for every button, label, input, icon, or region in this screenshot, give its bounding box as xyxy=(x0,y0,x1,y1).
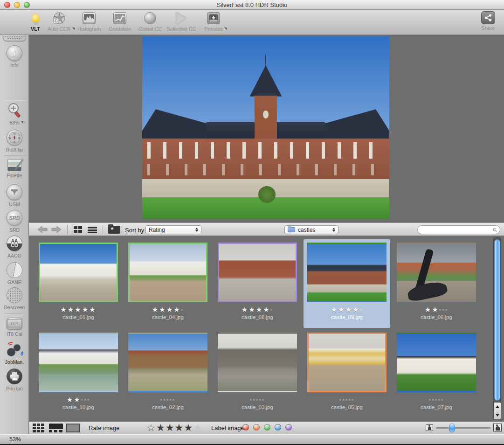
share-button[interactable]: Share xyxy=(475,11,501,35)
histogram-icon xyxy=(82,11,96,25)
rate-image-control[interactable]: ☆ ★★★★★ xyxy=(147,422,202,433)
thumbnail-filename: castle_04.jpg xyxy=(152,314,184,320)
thumbnail-image xyxy=(218,333,297,392)
thumbnail-image xyxy=(397,243,476,302)
vertical-scrollbar[interactable] xyxy=(493,237,501,420)
list-view-button[interactable] xyxy=(88,227,97,233)
tool-global-cc[interactable]: Global CC xyxy=(134,11,166,35)
thumbnail-image xyxy=(397,333,476,392)
rating-stars[interactable]: ★★••• xyxy=(67,396,90,404)
sidebar-item-gane[interactable]: GANE xyxy=(0,262,29,285)
gradation-curve-icon xyxy=(113,11,127,25)
tool-histogram[interactable]: Histogram xyxy=(73,11,105,35)
sidebar-separator xyxy=(4,313,25,314)
rating-stars[interactable]: ••••• xyxy=(339,396,355,404)
tool-label: Gradation xyxy=(109,26,131,32)
thumbnail-castle-10[interactable]: ★★••• castle_10.jpg xyxy=(35,329,122,418)
sidebar-item-label: Info xyxy=(10,63,19,68)
thumbnail-castle-07[interactable]: ••••• castle_07.jpg xyxy=(393,329,480,418)
thumbnail-castle-06[interactable]: ★★••• castle_06.jpg xyxy=(393,239,480,328)
scrollbar-buttons[interactable] xyxy=(494,403,501,419)
thumbnail-filename: castle_09.jpg xyxy=(331,314,363,320)
thumbnail-castle-05[interactable]: ••••• castle_05.jpg xyxy=(304,329,390,418)
grid-view-button[interactable] xyxy=(74,226,82,233)
close-button[interactable] xyxy=(4,2,10,8)
scroll-up-icon[interactable] xyxy=(496,405,499,408)
search-input[interactable] xyxy=(421,227,493,233)
rating-stars[interactable]: ••••• xyxy=(429,396,444,404)
forward-button[interactable] xyxy=(51,225,62,234)
sidebar-grip-handle[interactable] xyxy=(3,35,26,42)
zoom-window-button[interactable] xyxy=(24,2,30,8)
tool-label: VLT xyxy=(31,26,40,32)
large-thumbnails-button[interactable] xyxy=(66,424,80,432)
sidebar-item-zoom[interactable]: 53% xyxy=(0,103,29,125)
thumbnail-browser: ★★★★★ castle_01.jpg ★★★★• castle_04.jpg … xyxy=(29,236,504,421)
tool-selective-cc[interactable]: Selective CC xyxy=(165,11,198,35)
thumbnail-castle-03[interactable]: ••••• castle_03.jpg xyxy=(214,329,301,418)
sidebar-item-label: USM xyxy=(9,202,20,207)
back-button[interactable] xyxy=(37,225,48,234)
aperture-icon: C xyxy=(52,11,66,25)
svg-text:S: S xyxy=(14,140,15,143)
zoom-out-thumbnail-icon[interactable] xyxy=(426,424,433,431)
tool-gradation[interactable]: Gradation xyxy=(104,11,136,35)
sidebar-item-it8[interactable]: IT8 IT8 Cal xyxy=(0,318,29,337)
aaco-contrast-icon: AACO xyxy=(7,236,22,251)
title-bar: SilverFast 8.0 HDR Studio xyxy=(0,0,504,10)
main-toolbar: VLT C Auto CCR Histogram Gradation Globa… xyxy=(0,10,504,35)
rating-stars[interactable]: ••••• xyxy=(160,396,176,404)
favorite-folder-button[interactable] xyxy=(108,226,120,234)
sidebar-item-usm[interactable]: USM xyxy=(0,184,29,207)
rating-stars[interactable]: ★★★★• xyxy=(242,306,273,314)
search-box[interactable] xyxy=(417,225,500,234)
rating-stars[interactable]: ★★★★★ xyxy=(60,306,96,314)
zoom-percentage: 53% xyxy=(9,436,21,443)
thumbnail-castle-08[interactable]: ★★★★• castle_08.jpg xyxy=(214,239,301,328)
zoom-slider-thumb[interactable] xyxy=(449,424,455,432)
rating-stars[interactable]: ★★★★• xyxy=(331,306,363,314)
thumbnail-image xyxy=(218,243,297,302)
thumbnail-zoom-slider[interactable] xyxy=(436,427,491,429)
descreen-icon xyxy=(7,287,22,303)
sidebar-item-rotflip[interactable]: NSWE Rot/Flip xyxy=(0,130,29,153)
sidebar-item-printao[interactable]: PrinTao xyxy=(0,369,29,391)
tools-sidebar: i Info 53% NSWE Rot/Flip Pipette USM xyxy=(0,35,29,434)
thumbnail-filename: castle_01.jpg xyxy=(62,314,94,320)
rate-image-label: Rate image xyxy=(89,424,119,431)
tool-auto-ccr[interactable]: C Auto CCR xyxy=(43,11,76,35)
thumbnail-castle-04[interactable]: ★★★★• castle_04.jpg xyxy=(124,239,211,328)
thumbnail-castle-09[interactable]: ★★★★• castle_09.jpg xyxy=(304,239,390,328)
clear-rating-star-icon[interactable]: ☆ xyxy=(147,422,155,433)
sidebar-item-pipette[interactable]: Pipette xyxy=(0,159,29,178)
minimize-button[interactable] xyxy=(14,2,20,8)
rating-stars[interactable]: ••••• xyxy=(250,396,265,404)
thumbnail-castle-01[interactable]: ★★★★★ castle_01.jpg xyxy=(35,239,122,328)
lightbulb-icon xyxy=(28,11,42,25)
sidebar-item-info[interactable]: i Info xyxy=(0,45,29,68)
label-color-dots[interactable] xyxy=(242,424,292,431)
folder-icon xyxy=(288,227,295,232)
small-thumbnails-button[interactable] xyxy=(33,424,46,432)
rating-stars[interactable]: ★★••• xyxy=(425,306,449,314)
status-bar: 53% xyxy=(0,434,504,445)
sidebar-item-descreen[interactable]: Descreen xyxy=(0,287,29,310)
zoom-in-thumbnail-icon[interactable] xyxy=(493,424,502,431)
rating-stars[interactable]: ★★★★• xyxy=(152,306,184,314)
sidebar-item-jobmanager[interactable]: JobMan. xyxy=(0,343,29,365)
sidebar-item-aaco[interactable]: AACO AACO xyxy=(0,236,29,258)
folder-dropdown[interactable]: castles xyxy=(284,225,338,234)
thumbnail-castle-02[interactable]: ••••• castle_02.jpg xyxy=(124,329,211,418)
tool-label: Auto CCR xyxy=(48,26,71,32)
preview-image-castle[interactable] xyxy=(142,36,389,219)
tool-process[interactable]: Process xyxy=(197,11,230,35)
preview-area xyxy=(29,35,504,222)
rate-stars[interactable]: ★★★★★ xyxy=(156,422,202,433)
sidebar-item-srd[interactable]: SRD SRD xyxy=(0,210,29,233)
scrollbar-thumb[interactable] xyxy=(494,239,500,401)
sidebar-item-label: Descreen xyxy=(4,305,25,310)
scroll-down-icon[interactable] xyxy=(496,414,499,417)
sort-dropdown[interactable]: Rating xyxy=(145,225,201,234)
tool-label: Selective CC xyxy=(166,26,196,32)
medium-thumbnails-button[interactable] xyxy=(49,424,63,432)
